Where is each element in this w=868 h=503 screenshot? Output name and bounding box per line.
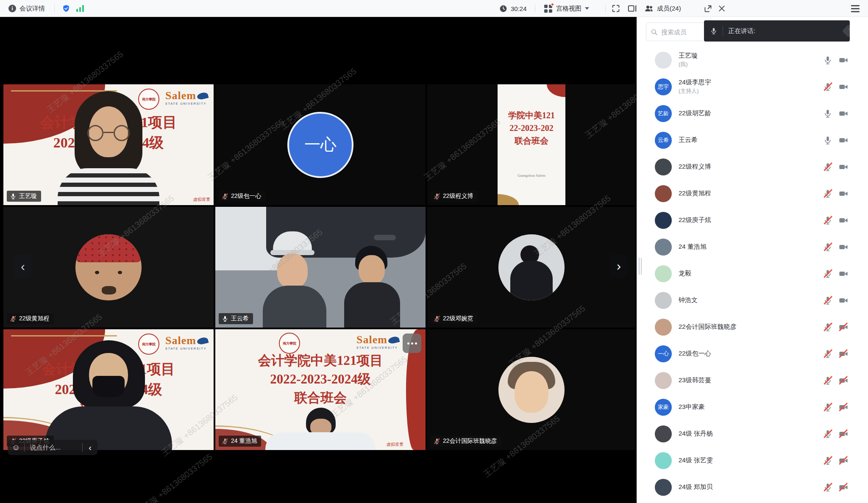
- mic-icon[interactable]: [823, 349, 832, 358]
- camera-icon[interactable]: [838, 216, 849, 225]
- camera-icon[interactable]: [838, 269, 849, 278]
- member-row[interactable]: 钟浩文: [637, 287, 868, 314]
- mic-icon[interactable]: [823, 483, 832, 492]
- mic-icon[interactable]: [823, 82, 832, 92]
- chat-quick-input[interactable]: ☺ 说点什么... ‹: [8, 440, 97, 455]
- tile-more-button[interactable]: [403, 333, 421, 353]
- mic-icon[interactable]: [823, 322, 832, 332]
- divider: [54, 5, 55, 12]
- member-row[interactable]: 艺龄 22级胡艺龄: [637, 100, 868, 127]
- network-signal-button[interactable]: [76, 0, 84, 17]
- notification-dot: [551, 3, 554, 6]
- portrait-slide-card: 学院中美121 22-2023-202 联合班会 Guangzhou Salem: [498, 84, 565, 205]
- salem-swoosh-icon: [388, 336, 400, 345]
- member-name: 22级包一心: [679, 350, 711, 358]
- view-mode-dropdown[interactable]: 宫格视图: [544, 0, 589, 17]
- mic-icon[interactable]: [823, 429, 832, 439]
- camera-icon[interactable]: [838, 136, 849, 145]
- mic-icon[interactable]: [823, 216, 832, 225]
- avatar: [655, 425, 672, 442]
- member-row[interactable]: 22级程义博: [637, 153, 868, 180]
- security-shield-button[interactable]: [62, 0, 70, 17]
- timer-text: 30:24: [511, 5, 527, 12]
- mic-icon[interactable]: [823, 403, 832, 412]
- camera-icon[interactable]: [838, 349, 849, 358]
- member-name: 22级黄旭程: [679, 189, 711, 197]
- mic-icon[interactable]: [823, 109, 832, 118]
- member-row[interactable]: 龙毅: [637, 260, 868, 287]
- video-tile-dengwanni[interactable]: 22级邓婉霓: [427, 207, 636, 328]
- video-tile-wangyunxi[interactable]: 王云希: [215, 207, 426, 328]
- camera-icon[interactable]: [838, 483, 849, 492]
- member-row[interactable]: 24级 张艺雯: [637, 447, 868, 474]
- member-row[interactable]: 24级 郑加贝: [637, 474, 868, 500]
- camera-icon[interactable]: [838, 82, 849, 92]
- member-row[interactable]: 一心 22级包一心: [637, 340, 868, 367]
- camera-icon[interactable]: [838, 109, 849, 118]
- camera-icon[interactable]: [838, 403, 849, 412]
- video-tile-donghaoxu[interactable]: 南方學院 Salem STATE UNIVERSITY 会计学院中美121项目 …: [215, 329, 426, 450]
- camera-icon[interactable]: [838, 376, 849, 385]
- member-row[interactable]: 思宇 24级李思宇(主持人): [637, 73, 868, 100]
- camera-icon[interactable]: [838, 162, 849, 172]
- member-row[interactable]: 22级黄旭程: [637, 180, 868, 207]
- popout-panel-button[interactable]: [704, 0, 712, 17]
- camera-icon[interactable]: [838, 56, 849, 65]
- video-tile-huangxucheng[interactable]: 22级黄旭程: [3, 207, 214, 328]
- popout-icon: [704, 4, 712, 13]
- video-tile-chengyibo[interactable]: 学院中美121 22-2023-202 联合班会 Guangzhou Salem…: [427, 84, 636, 205]
- mic-icon[interactable]: [823, 456, 832, 465]
- car-handle: [374, 235, 396, 240]
- mic-icon[interactable]: [823, 162, 832, 172]
- mic-icon[interactable]: [823, 56, 832, 65]
- video-tile-baoyixin[interactable]: 一心 22级包一心: [215, 84, 426, 205]
- prev-page-button[interactable]: ‹: [14, 255, 31, 278]
- collapse-chat-icon[interactable]: ‹: [89, 443, 92, 453]
- video-tile-wangyixuan[interactable]: 南方學院 Salem STATE UNIVERSITY 会计学院中美121项目 …: [3, 84, 214, 205]
- member-row[interactable]: 24 董浩旭: [637, 233, 868, 260]
- mic-icon[interactable]: [823, 376, 832, 385]
- mic-icon[interactable]: [823, 136, 832, 145]
- member-row[interactable]: 云希 王云希: [637, 127, 868, 153]
- camera-icon[interactable]: [838, 189, 849, 198]
- camera-icon[interactable]: [838, 296, 849, 305]
- participant-person: [342, 246, 402, 328]
- member-row[interactable]: 22级庾子炫: [637, 207, 868, 233]
- video-tile-yuzixuan[interactable]: 南方學院 Salem STATE UNIVERSITY 会计学院中美121项目 …: [3, 329, 214, 450]
- mic-icon[interactable]: [823, 296, 832, 305]
- mic-icon[interactable]: [823, 269, 832, 278]
- virtual-background-label: 虚拟背景: [193, 197, 210, 203]
- member-row[interactable]: 家豪 23申家豪: [637, 394, 868, 420]
- slide-footer-text: Guangzhou Salem: [498, 173, 565, 178]
- tile-name-label: 王艺璇: [7, 191, 41, 202]
- camera-icon[interactable]: [838, 242, 849, 252]
- camera-icon[interactable]: [838, 429, 849, 439]
- mic-icon[interactable]: [823, 242, 832, 252]
- member-row[interactable]: 23级韩芸蔓: [637, 367, 868, 394]
- search-input[interactable]: [661, 28, 699, 36]
- next-page-button[interactable]: ›: [610, 254, 627, 278]
- tile-name-label: 22会计国际班魏晓彦: [431, 436, 501, 447]
- emoji-icon[interactable]: ☺: [12, 443, 20, 452]
- member-role: (我): [679, 61, 698, 68]
- camera-icon[interactable]: [838, 456, 849, 465]
- meeting-info-button[interactable]: i 会议详情: [8, 0, 45, 17]
- close-panel-button[interactable]: [718, 0, 726, 17]
- tile-name-label: 22级程义博: [431, 191, 478, 202]
- member-name: 22会计国际班魏晓彦: [679, 323, 737, 331]
- mic-icon[interactable]: [823, 189, 832, 198]
- mic-icon: [710, 27, 718, 35]
- camera-icon[interactable]: [838, 322, 849, 332]
- video-tile-weixiaoyan[interactable]: 22会计国际班魏晓彦: [427, 329, 636, 450]
- mic-status-icon: [222, 315, 228, 322]
- member-row[interactable]: 王艺璇(我): [637, 47, 868, 73]
- chat-placeholder[interactable]: 说点什么...: [30, 444, 77, 452]
- fullscreen-button[interactable]: [611, 0, 620, 17]
- member-row[interactable]: 22会计国际班魏晓彦: [637, 314, 868, 340]
- salem-swoosh-icon: [196, 92, 209, 100]
- layout-toggle-button[interactable]: [627, 0, 637, 17]
- member-row[interactable]: 24级 张丹杨: [637, 420, 868, 447]
- member-search-box[interactable]: [646, 22, 705, 41]
- main-menu-button[interactable]: [851, 0, 860, 17]
- member-row[interactable]: [637, 500, 868, 503]
